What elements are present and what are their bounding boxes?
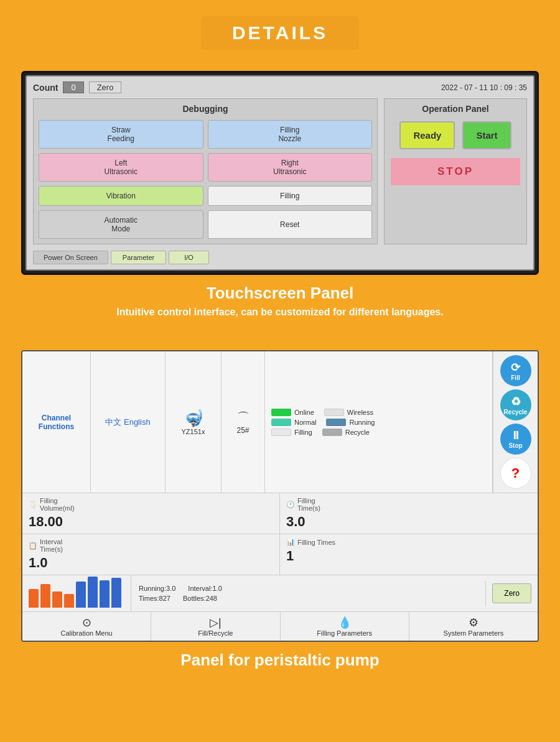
fill-label: Fill — [511, 374, 520, 381]
wireless-label: Wireless — [347, 409, 373, 416]
touchscreen-panel-desc: Intuitive control interface, can be cust… — [116, 307, 443, 318]
filling-volume-cell: 🥛 Filling Volume(ml) 18.00 — [22, 493, 280, 534]
recycle-indicator — [322, 429, 342, 436]
stop-btn[interactable]: STOP — [390, 157, 521, 187]
times-stat: Times:827 — [139, 595, 170, 602]
parameter-tab[interactable]: Parameter — [111, 251, 166, 264]
filling-time-cell: 🕐 Filling Time(s) 3.0 — [280, 493, 538, 534]
operation-panel: Operation Panel Ready Start STOP — [384, 98, 527, 244]
filling-volume-label: 🥛 Filling Volume(ml) — [29, 497, 273, 512]
system-parameters-tab[interactable]: ⚙ System Parameters — [409, 612, 538, 641]
channel-functions-cell: Channel Functions — [22, 351, 91, 493]
wireless-indicator — [324, 409, 344, 416]
calibration-menu-tab[interactable]: ⊙ Calibration Menu — [22, 612, 151, 641]
status-normal: Normal — [271, 419, 316, 426]
status-wireless: Wireless — [324, 409, 373, 416]
filling-btn[interactable]: Filling — [208, 186, 373, 206]
filling-time-value: 3.0 — [286, 514, 531, 530]
straw-feeding-btn[interactable]: StrawFeeding — [39, 120, 203, 149]
bar-8 — [111, 578, 121, 608]
filling-params-icon: 💧 — [338, 616, 352, 629]
interval-time-cell: 📋 Interval Time(s) 1.0 — [22, 534, 280, 575]
filling-volume-value: 18.00 — [29, 514, 273, 530]
volume-icon: 🥛 — [29, 501, 37, 509]
tube-icon: ⌒ — [237, 409, 250, 426]
model-cell: 🤿 YZ151x — [166, 351, 222, 493]
status-filling-row: Filling Recycle — [271, 429, 486, 436]
pump-bottom-tabs: ⊙ Calibration Menu ▷| Fill/Recycle 💧 Fil… — [22, 612, 538, 641]
status-normal-row: Normal Running — [271, 419, 486, 426]
times-bottles-row: Times:827 Bottles:248 — [139, 595, 478, 602]
filling-times-cell: 📊 Filling Times 1 — [280, 534, 538, 575]
interval-stat: Interval:1.0 — [188, 585, 222, 592]
automatic-mode-btn[interactable]: AutomaticMode — [39, 210, 203, 239]
interval-time-label: 📋 Interval Time(s) — [29, 538, 273, 553]
debug-top-bar: Count 0 Zero 2022 - 07 - 11 10 : 09 : 35 — [33, 81, 527, 93]
debugging-screen-inner: Count 0 Zero 2022 - 07 - 11 10 : 09 : 35… — [26, 75, 534, 271]
pump-model-name: YZ151x — [182, 428, 205, 435]
running-label: Running — [349, 419, 375, 426]
filling-parameters-tab[interactable]: 💧 Filling Parameters — [281, 612, 409, 641]
times-icon: 📊 — [286, 538, 295, 546]
pump-section: Channel Functions 中文 English 🤿 YZ151x ⌒ … — [12, 341, 548, 682]
power-on-screen-tab[interactable]: Power On Screen — [33, 251, 108, 264]
filling-indicator — [271, 429, 291, 436]
recycle-label: Recycle — [345, 429, 370, 436]
filling-time-label: 🕐 Filling Time(s) — [286, 497, 531, 512]
help-btn[interactable]: ? — [500, 458, 531, 489]
debugging-title: Debugging — [39, 104, 372, 114]
count-label: Count — [33, 83, 58, 93]
pump-zero-btn[interactable]: Zero — [492, 583, 531, 603]
io-tab[interactable]: I/O — [169, 251, 209, 264]
recycle-btn[interactable]: ♻ Recycle — [500, 389, 531, 420]
pump-header-row: Channel Functions 中文 English 🤿 YZ151x ⌒ … — [22, 351, 538, 493]
time-icon: 🕐 — [286, 501, 295, 509]
question-label: ? — [511, 465, 520, 481]
reset-btn[interactable]: Reset — [208, 210, 373, 239]
touchscreen-panel-title: Touchscreen Panel — [207, 284, 354, 303]
ready-start-row: Ready Start — [399, 121, 511, 149]
touchscreen-section: Count 0 Zero 2022 - 07 - 11 10 : 09 : 35… — [12, 62, 548, 330]
bar-7 — [100, 580, 110, 608]
stop-pump-btn[interactable]: ⏸ Stop — [500, 424, 531, 455]
system-params-icon: ⚙ — [469, 616, 478, 629]
running-indicator — [326, 419, 346, 426]
stop-pump-label: Stop — [508, 442, 522, 449]
calibration-icon: ⊙ — [82, 616, 91, 629]
vibration-btn[interactable]: Vibration — [39, 186, 203, 206]
zero-button[interactable]: Zero — [89, 81, 122, 93]
filling-params-label: Filling Parameters — [317, 629, 372, 637]
bottles-stat: Bottles:248 — [183, 595, 217, 602]
normal-label: Normal — [294, 419, 316, 426]
status-col: Online Wireless Normal Running — [265, 351, 493, 493]
status-recycle: Recycle — [322, 429, 370, 436]
datetime-display: 2022 - 07 - 11 10 : 09 : 35 — [441, 83, 527, 92]
recycle-btn-label: Recycle — [504, 409, 528, 415]
ready-btn[interactable]: Ready — [399, 121, 455, 149]
left-ultrasonic-btn[interactable]: LeftUltrasonic — [39, 153, 203, 182]
bar-3 — [52, 591, 62, 608]
bar-1 — [29, 589, 39, 608]
tube-cell: ⌒ 25# — [222, 351, 265, 493]
pump-right-buttons: ⟳ Fill ♻ Recycle ⏸ Stop ? — [493, 351, 538, 493]
start-btn[interactable]: Start — [462, 121, 511, 149]
fill-icon: ⟳ — [511, 361, 520, 374]
debugging-screen-container: Count 0 Zero 2022 - 07 - 11 10 : 09 : 35… — [21, 71, 539, 275]
fill-recycle-label: Fill/Recycle — [198, 629, 233, 637]
bar-4 — [64, 594, 74, 608]
right-ultrasonic-btn[interactable]: RightUltrasonic — [208, 153, 373, 182]
filling-nozzle-btn[interactable]: FillingNozzle — [208, 120, 373, 149]
fill-recycle-tab[interactable]: ▷| Fill/Recycle — [151, 612, 280, 641]
channel-functions-label: Channel Functions — [39, 414, 74, 431]
recycle-icon: ♻ — [511, 395, 521, 409]
pump-bar-chart — [22, 575, 131, 611]
online-label: Online — [294, 409, 314, 416]
fill-recycle-icon: ▷| — [210, 616, 222, 629]
pump-stats: Running:3.0 Interval:1.0 Times:827 Bottl… — [131, 581, 486, 606]
count-value: 0 — [63, 81, 83, 93]
bar-2 — [40, 584, 50, 608]
fill-btn[interactable]: ⟳ Fill — [500, 355, 531, 386]
running-interval-row: Running:3.0 Interval:1.0 — [139, 585, 478, 592]
pause-icon: ⏸ — [510, 429, 521, 442]
calibration-label: Calibration Menu — [61, 629, 113, 637]
